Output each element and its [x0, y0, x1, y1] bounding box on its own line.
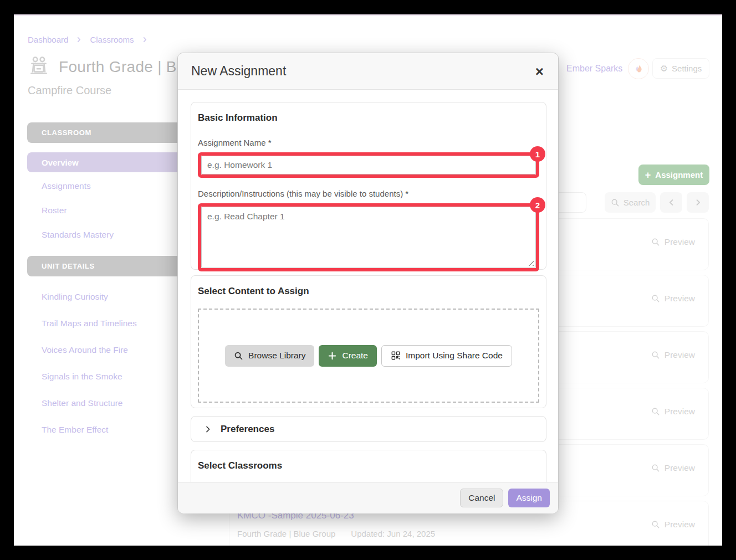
annotation-box-2: 2 — [198, 203, 539, 271]
annotation-box-1: 1 — [198, 152, 539, 178]
select-content-card: Select Content to Assign Browse Library … — [191, 275, 546, 408]
preferences-card[interactable]: Preferences — [191, 416, 546, 442]
annotation-badge-2: 2 — [530, 197, 545, 213]
create-label: Create — [342, 351, 368, 361]
select-content-heading: Select Content to Assign — [198, 286, 539, 297]
search-icon — [234, 351, 243, 361]
preferences-heading: Preferences — [221, 424, 274, 435]
import-share-code-label: Import Using Share Code — [406, 351, 503, 361]
qr-code-icon — [391, 351, 401, 361]
modal-header: New Assignment × — [178, 53, 558, 90]
assignment-name-input[interactable] — [201, 156, 536, 174]
close-icon[interactable]: × — [535, 64, 544, 79]
cancel-button[interactable]: Cancel — [460, 489, 503, 507]
modal-title: New Assignment — [191, 64, 535, 79]
content-dropzone: Browse Library Create — [198, 309, 539, 403]
create-button[interactable]: Create — [319, 345, 377, 367]
select-classrooms-heading: Select Classrooms — [198, 460, 539, 471]
annotation-badge-1: 1 — [530, 146, 545, 162]
plus-icon — [328, 351, 337, 361]
description-label: Description/Instructions (this may be vi… — [198, 189, 539, 198]
app-page: Dashboard Classrooms Fourth Grade | Blue… — [14, 14, 722, 546]
import-share-code-button[interactable]: Import Using Share Code — [381, 345, 512, 367]
chevron-right-icon — [203, 425, 212, 434]
new-assignment-modal: New Assignment × Basic Information Assig… — [177, 53, 559, 513]
browse-library-label: Browse Library — [248, 351, 305, 361]
browse-library-button[interactable]: Browse Library — [225, 345, 314, 367]
basic-information-heading: Basic Information — [198, 112, 539, 124]
assign-button[interactable]: Assign — [508, 489, 550, 507]
basic-information-card: Basic Information Assignment Name * 1 De… — [191, 102, 546, 270]
assignment-name-label: Assignment Name * — [198, 138, 539, 147]
description-textarea[interactable] — [201, 207, 536, 268]
modal-footer: Cancel Assign — [178, 482, 558, 513]
